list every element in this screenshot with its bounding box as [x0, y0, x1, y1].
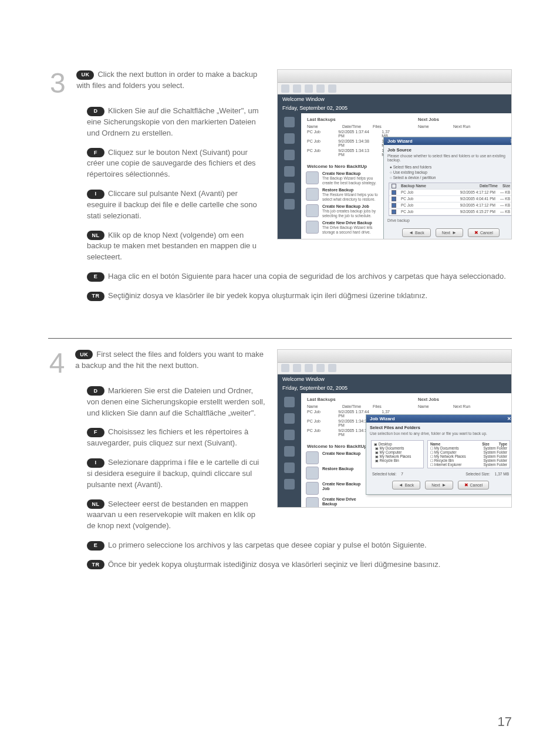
job-wizard-dialog: Job Wizard✕ Select Files and Folders Use…	[366, 414, 512, 495]
step3-i: Cliccare sul pulsante Next (Avanti) per …	[87, 189, 257, 220]
job-wizard-dialog: Job Wizard✕ Job Source Please choose whe…	[383, 137, 512, 239]
badge-tr: TR	[87, 560, 104, 569]
back-button[interactable]: ◄Back	[402, 228, 430, 237]
next-button[interactable]: Next►	[436, 228, 463, 237]
close-icon[interactable]: ✕	[510, 139, 512, 144]
cancel-button[interactable]: ✖Cancel	[468, 228, 500, 237]
step4-i: Selezionare dapprima i file e le cartell…	[87, 458, 259, 489]
step-4-number: 4	[48, 349, 66, 377]
badge-uk: UK	[76, 70, 94, 80]
badge-tr: TR	[87, 292, 104, 301]
badge-i: I	[87, 458, 104, 468]
step4-nl: Selecteer eerst de bestanden en mappen w…	[87, 499, 255, 531]
step3-uk: Click the next button in order to make a…	[76, 70, 257, 90]
badge-e: E	[87, 541, 104, 551]
step4-d: Markieren Sie erst die Dateien und Ordne…	[87, 386, 265, 417]
badge-f: F	[87, 428, 104, 437]
step4-f: Choisissez les fichiers et les répertoir…	[87, 427, 248, 447]
radio-device-partition[interactable]: Select a device / partition	[384, 175, 512, 180]
step3-d: Klicken Sie auf die Schaltfläche „Weiter…	[87, 106, 259, 137]
badge-d: D	[87, 107, 104, 116]
step-3-section: 3 UKClick the next button in order to ma…	[48, 69, 512, 310]
dialog-section: Select Files and Folders	[366, 423, 512, 431]
step4-uk: First select the files and folders you w…	[75, 350, 264, 370]
back-button[interactable]: ◄Back	[392, 481, 420, 489]
step4-screenshot: Welcome Window Friday, September 02, 200…	[277, 349, 512, 508]
badge-e: E	[87, 272, 104, 282]
step4-e: Lo primero seleccione los archivos y las…	[108, 541, 427, 549]
step3-screenshot: Welcome Window Friday, September 02, 200…	[277, 69, 512, 239]
step3-f: Cliquez sur le bouton Next (Suivant) pou…	[87, 148, 256, 179]
shot-welcome-window: Welcome Window	[278, 94, 511, 104]
page-number: 17	[498, 714, 512, 730]
last-backups-header: Last Backups	[307, 117, 394, 122]
radio-existing-backup[interactable]: Use existing backup	[384, 170, 512, 175]
step3-e: Haga clic en el botón Siguiente para hac…	[108, 272, 506, 281]
badge-uk: UK	[75, 350, 93, 359]
shot-date: Friday, September 02, 2005	[278, 104, 511, 113]
dialog-title: Job Wizard	[387, 139, 413, 144]
step3-tr: Seçtiğiniz dosya ve klasörler ile bir ye…	[108, 291, 427, 300]
cancel-button[interactable]: ✖Cancel	[458, 481, 490, 489]
file-tree[interactable]: ▣ Desktop ▣ My Documents ▣ My Computer ▣…	[371, 440, 510, 468]
step3-nl: Klik op de knop Next (volgende) om een b…	[87, 231, 257, 262]
next-jobs-header: Next Jobs	[418, 117, 505, 122]
dialog-section: Job Source	[384, 145, 512, 154]
close-icon[interactable]: ✕	[507, 416, 511, 421]
badge-nl: NL	[87, 499, 104, 509]
badge-nl: NL	[87, 231, 104, 240]
radio-select-files[interactable]: Select files and folders	[384, 164, 512, 170]
step-4-section: 4 UKFirst select the files and folders y…	[48, 349, 512, 579]
step4-tr: Önce bir yedek kopya oluşturmak istediği…	[108, 560, 440, 569]
badge-d: D	[87, 386, 104, 396]
section-divider	[48, 338, 512, 339]
backups-table: Backup NameDate/TimeSize PC Job9/2/2005 …	[389, 183, 512, 216]
step-3-number: 3	[48, 69, 67, 97]
next-button[interactable]: Next►	[425, 481, 453, 489]
dialog-title: Job Wizard	[370, 416, 395, 421]
badge-f: F	[87, 148, 104, 157]
badge-i: I	[87, 190, 104, 199]
